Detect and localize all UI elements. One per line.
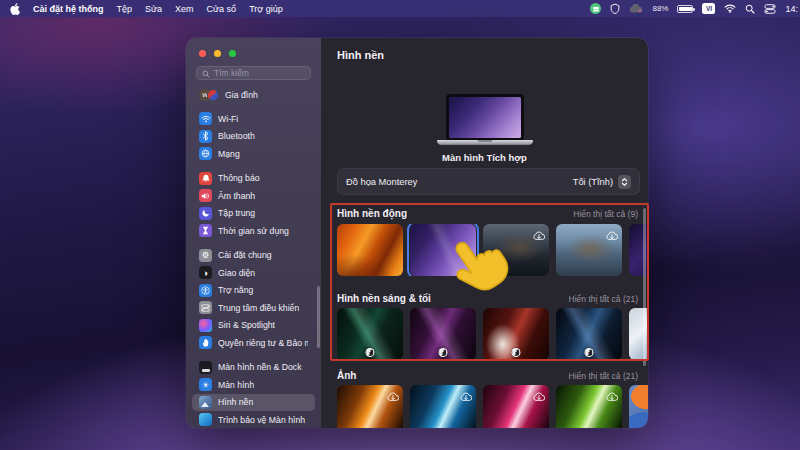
- wallpaper-thumb-catalina-day[interactable]: [556, 224, 622, 276]
- input-source-badge[interactable]: VI: [702, 3, 715, 14]
- messenger-icon[interactable]: [590, 3, 601, 14]
- cloud-icon[interactable]: [629, 4, 643, 13]
- light-dark-badge-icon: [439, 348, 448, 357]
- sidebar-item-siri[interactable]: Siri & Spotlight: [192, 317, 315, 335]
- macbook-base: [437, 140, 533, 145]
- gear-icon: ⚙: [199, 249, 212, 262]
- search-input[interactable]: Tìm kiếm: [196, 66, 311, 80]
- display-preview: Màn hình Tích hợp: [437, 94, 533, 163]
- content-scrollbar[interactable]: [643, 208, 646, 366]
- display-name: Màn hình Tích hợp: [437, 152, 533, 163]
- siri-icon: [199, 319, 212, 332]
- search-icon: [202, 64, 210, 82]
- toggles-icon: [199, 301, 212, 314]
- spotlight-search-icon[interactable]: [745, 4, 755, 14]
- light-dark-badge-icon: [585, 348, 594, 357]
- menu-bar: Cài đặt hệ thống Tệp Sửa Xem Cửa sổ Trợ …: [0, 0, 800, 17]
- show-all-light-dark-link[interactable]: Hiển thị tất cả (21): [569, 294, 638, 304]
- sidebar-item-wallpaper[interactable]: Hình nền: [192, 394, 315, 412]
- minimize-button[interactable]: [214, 50, 221, 57]
- desktop: Cài đặt hệ thống Tệp Sửa Xem Cửa sổ Trợ …: [0, 0, 800, 450]
- display-brightness-icon: ☀: [199, 378, 212, 391]
- avatar: [207, 89, 219, 101]
- settings-sidebar: Tìm kiếm W Gia đình Wi-Fi Bluetooth: [186, 38, 321, 428]
- light-dark-badge-icon: [512, 348, 521, 357]
- section-pictures-header: Ảnh Hiển thị tất cả (21): [337, 370, 638, 381]
- wifi-status-icon[interactable]: [724, 4, 736, 13]
- accessibility-icon: [199, 284, 212, 297]
- family-avatars: W: [199, 89, 219, 101]
- sidebar-item-screensaver[interactable]: Trình bảo vệ Màn hình: [192, 411, 315, 428]
- wallpaper-mode-value: Tối (Tĩnh): [573, 177, 613, 187]
- bell-icon: [199, 172, 212, 185]
- hourglass-icon: [199, 224, 212, 237]
- wallpaper-thumb-swirl-blue[interactable]: [410, 385, 476, 428]
- window-controls: [186, 38, 321, 57]
- section-dynamic-header: Hình nền động Hiển thị tất cả (9): [337, 208, 638, 219]
- current-wallpaper-row: Đồ họa Monterey Tối (Tĩnh): [337, 168, 640, 195]
- sidebar-item-screen-time[interactable]: Thời gian sử dụng: [192, 222, 315, 240]
- wallpaper-thumb-graphic-red[interactable]: [483, 308, 549, 360]
- shield-icon[interactable]: [610, 3, 620, 14]
- sidebar-item-focus[interactable]: Tập trung: [192, 205, 315, 223]
- page-title: Hình nền: [337, 49, 384, 61]
- sidebar-item-control-center[interactable]: Trung tâm điều khiển: [192, 299, 315, 317]
- globe-icon: [199, 147, 212, 160]
- close-button[interactable]: [199, 50, 206, 57]
- download-icon[interactable]: [533, 227, 545, 245]
- sidebar-scrollbar[interactable]: [317, 286, 320, 348]
- sidebar-item-general[interactable]: ⚙ Cài đặt chung: [192, 247, 315, 265]
- wallpaper-thumb-graphic-purple[interactable]: [410, 308, 476, 360]
- download-icon[interactable]: [533, 388, 545, 406]
- battery-percent: 88%: [652, 4, 668, 13]
- menu-app-name[interactable]: Cài đặt hệ thống: [33, 4, 104, 14]
- sidebar-item-desktop-dock[interactable]: Màn hình nền & Dock: [192, 359, 315, 377]
- menu-item-edit[interactable]: Sửa: [145, 4, 162, 14]
- sidebar-item-appearance[interactable]: ◑ Giao diện: [192, 264, 315, 282]
- wallpaper-thumb-graphic-teal[interactable]: [337, 308, 403, 360]
- wallpaper-mode-stepper[interactable]: [618, 175, 631, 189]
- sidebar-item-family[interactable]: W Gia đình: [192, 87, 315, 103]
- wallpaper-thumb-swirl-pink[interactable]: [483, 385, 549, 428]
- download-icon[interactable]: [606, 388, 618, 406]
- wifi-icon: [199, 112, 212, 125]
- sidebar-item-bluetooth[interactable]: Bluetooth: [192, 128, 315, 146]
- zoom-button[interactable]: [229, 50, 236, 57]
- sidebar-item-privacy[interactable]: Quyền riêng tư & Bảo mật: [192, 334, 315, 352]
- wallpaper-thumb-ventura[interactable]: [337, 224, 403, 276]
- menu-item-help[interactable]: Trợ giúp: [249, 4, 283, 14]
- download-icon[interactable]: [606, 227, 618, 245]
- menu-item-file[interactable]: Tệp: [117, 4, 133, 14]
- wallpaper-thumb-swirl-green[interactable]: [556, 385, 622, 428]
- battery-icon[interactable]: [677, 5, 693, 13]
- pictures-wallpapers-row: [337, 385, 648, 428]
- show-all-pictures-link[interactable]: Hiển thị tất cả (21): [569, 371, 638, 381]
- sidebar-item-accessibility[interactable]: Trợ năng: [192, 282, 315, 300]
- sidebar-item-displays[interactable]: ☀ Màn hình: [192, 376, 315, 394]
- apple-logo-icon[interactable]: [10, 3, 20, 15]
- macbook-screen: [446, 94, 524, 140]
- sidebar-item-wifi[interactable]: Wi-Fi: [192, 110, 315, 128]
- dock-icon: [199, 361, 212, 374]
- system-settings-window: Tìm kiếm W Gia đình Wi-Fi Bluetooth: [186, 38, 648, 428]
- sidebar-item-sound[interactable]: Âm thanh: [192, 187, 315, 205]
- clock[interactable]: 14:: [785, 4, 798, 14]
- bluetooth-icon: [199, 130, 212, 143]
- hand-icon: [199, 336, 212, 349]
- control-center-icon[interactable]: [764, 4, 776, 14]
- search-placeholder: Tìm kiếm: [214, 68, 249, 78]
- menu-item-view[interactable]: Xem: [175, 4, 194, 14]
- menu-item-window[interactable]: Cửa sổ: [207, 4, 237, 14]
- wallpaper-thumb-swirl-orange[interactable]: [337, 385, 403, 428]
- current-wallpaper-name: Đồ họa Monterey: [346, 177, 417, 187]
- speaker-icon: [199, 189, 212, 202]
- sidebar-item-network[interactable]: Mạng: [192, 145, 315, 163]
- wallpaper-thumb-graphic-blue[interactable]: [556, 308, 622, 360]
- download-icon[interactable]: [460, 388, 472, 406]
- light-dark-wallpapers-row: [337, 308, 648, 360]
- sidebar-item-notifications[interactable]: Thông báo: [192, 170, 315, 188]
- light-dark-badge-icon: [366, 348, 375, 357]
- show-all-dynamic-link[interactable]: Hiển thị tất cả (9): [573, 209, 638, 219]
- wallpaper-thumb-collage[interactable]: [629, 385, 648, 428]
- download-icon[interactable]: [387, 388, 399, 406]
